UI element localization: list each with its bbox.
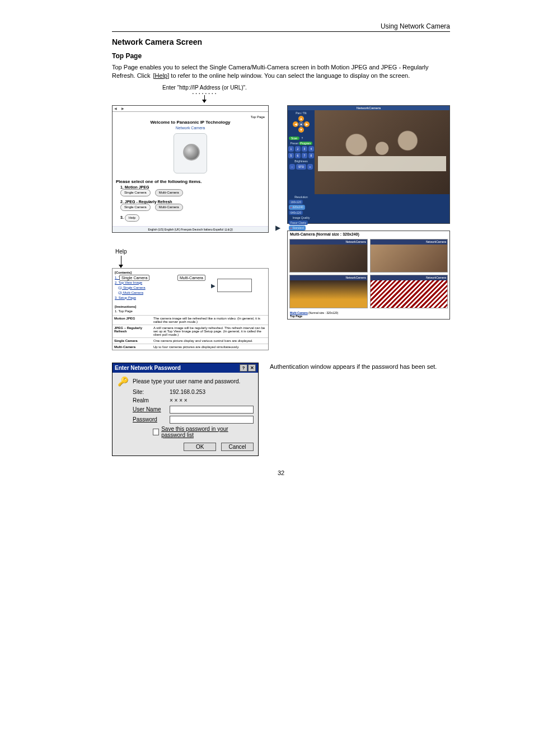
browser-toolbar: ◀▶	[113, 106, 268, 112]
dpad-control[interactable]: ▲ ▼ ◀ ▶ ●	[293, 116, 310, 133]
help-section-1: 1. Top Page	[115, 309, 266, 313]
dpad-right-icon[interactable]: ▶	[304, 121, 310, 127]
username-label: User Name	[133, 406, 166, 412]
url-callout: Enter "http://IP Address (or URL)". • • …	[162, 84, 247, 103]
camera-illustration	[174, 133, 207, 173]
dpad-down-icon[interactable]: ▼	[298, 127, 304, 133]
password-dialog: Enter Network Password ? ✕ 🔑 Please type…	[112, 363, 259, 456]
multi-camera-button-1[interactable]: Multi-Camera	[155, 189, 183, 196]
q-standard[interactable]: Standard	[289, 226, 306, 231]
item-3-label: 3.	[120, 215, 124, 219]
callout-multi-camera: Multi-Camera	[177, 275, 205, 281]
ok-button[interactable]: OK	[184, 443, 216, 451]
key-icon: 🔑	[117, 376, 129, 387]
help-val-jpeg: A still camera image will be regularly r…	[152, 325, 268, 337]
mc-cell-4: NetworkCamera	[370, 275, 448, 308]
connector-arrow-icon: ▶	[275, 105, 280, 350]
breadcrumb: Top Page	[113, 114, 268, 120]
mc-cell-1: NetworkCamera	[289, 239, 368, 273]
dialog-prompt: Please type your user name and password.	[133, 378, 240, 384]
preset-label: Preset	[290, 142, 298, 145]
single-camera-button-1[interactable]: Single Camera	[120, 189, 151, 196]
save-password-label: Save this password in your password list	[161, 426, 254, 438]
dpad-up-icon[interactable]: ▲	[298, 116, 304, 121]
dialog-title: Enter Network Password	[115, 365, 181, 371]
help-key-single: Single Camera	[113, 337, 152, 344]
site-label: Site:	[133, 389, 166, 395]
preset-buttons[interactable]: 1234	[288, 146, 314, 152]
realm-value: × × × ×	[170, 397, 188, 403]
subsection-title: Top Page	[112, 52, 450, 60]
arrow-right-icon: ▶	[211, 283, 216, 289]
dpad-left-icon[interactable]: ◀	[293, 121, 298, 127]
resolution-label: Resolution	[289, 195, 313, 199]
mc-footer-top[interactable]: Top Page	[290, 314, 302, 318]
help-val-single: One camera picture display and various c…	[152, 337, 268, 344]
help-link-top-view[interactable]: 2. Top View Image	[115, 280, 188, 285]
mc-cell-3: NetworkCamera	[289, 275, 368, 308]
language-row[interactable]: English (US) English (UK) Français Deuts…	[113, 226, 268, 232]
multi-camera-footer: Multi-Camera (Normal size : 320x120) Top…	[288, 310, 449, 319]
dpad-center-icon[interactable]: ●	[298, 121, 304, 127]
res-320[interactable]: 320x240	[289, 205, 305, 210]
section-title: Network Camera Screen	[112, 37, 450, 46]
q-clarity[interactable]: Favor Clarity	[289, 220, 308, 225]
help-key-jpeg: JPEG – Regularly Refresh	[113, 325, 152, 337]
page-header: Using Network Camera	[112, 22, 450, 32]
password-label: Password	[133, 416, 166, 422]
intro-paragraph: Top Page enables you to select the Singl…	[112, 63, 450, 80]
password-input[interactable]	[170, 416, 254, 424]
item-2-label: 2. JPEG - Regularly Refresh	[120, 200, 265, 204]
brightness-label: Brightness	[289, 159, 313, 163]
please-select-label: Please select one of the following items…	[113, 179, 268, 184]
help-link-single-camera[interactable]: (1) Single Camera	[115, 285, 188, 290]
multi-camera-button-2[interactable]: Multi-Camera	[155, 204, 183, 211]
single-camera-button-2[interactable]: Single Camera	[120, 204, 151, 211]
product-subtitle: Network Camera	[113, 126, 268, 130]
page-number: 32	[112, 469, 450, 476]
program-button[interactable]: Program	[299, 142, 312, 145]
quality-label: Image Quality	[289, 216, 313, 219]
brightness-control[interactable]: −STD+	[289, 164, 313, 170]
dialog-caption: Authentication window appears if the pas…	[270, 363, 450, 371]
save-password-checkbox[interactable]	[153, 429, 159, 435]
close-icon[interactable]: ✕	[248, 364, 256, 372]
scan-button[interactable]: Scan	[289, 137, 299, 140]
help-key-mjpeg: Motion JPEG	[113, 315, 152, 325]
welcome-title: Welcome to Panasonic IP Technology	[113, 120, 268, 125]
multi-camera-screenshot: Multi-Camera (Normal size : 320x240) Net…	[287, 231, 450, 320]
help-table: Motion JPEG The camera image will be ref…	[113, 315, 268, 350]
res-640[interactable]: 640x120	[289, 210, 303, 215]
top-page-screenshot: ◀▶ Top Page Welcome to Panasonic IP Tech…	[112, 105, 269, 233]
help-val-multi: Up to four cameras pictures are displaye…	[152, 344, 268, 350]
help-preview-box	[217, 279, 252, 292]
help-arrow: Help	[115, 248, 127, 268]
pan-tilt-label: Pan / Tilt	[289, 111, 313, 115]
help-contents-title: [Contents]	[115, 271, 188, 274]
single-camera-image	[315, 110, 449, 194]
preset-buttons-2[interactable]: 5678	[288, 153, 314, 158]
help-instructions-title: [Instructions]	[115, 305, 266, 308]
cancel-button[interactable]: Cancel	[221, 443, 254, 451]
help-icon[interactable]: ?	[240, 364, 247, 372]
help-val-mjpeg: The camera image will be refreshed like …	[152, 315, 268, 325]
single-camera-screenshot: NetworkCamera Pan / Tilt ▲ ▼ ◀ ▶ ● Scan …	[287, 105, 450, 224]
item-1-label: 1. Motion JPEG	[120, 185, 265, 189]
help-key-multi: Multi-Camera	[113, 344, 152, 350]
username-input[interactable]	[170, 406, 254, 414]
help-link-ref[interactable]: [Help]	[153, 72, 170, 79]
multi-camera-header: Multi-Camera (Normal size : 320x240)	[288, 231, 449, 237]
site-value: 192.168.0.253	[170, 389, 205, 395]
single-camera-title: NetworkCamera	[288, 106, 449, 110]
help-button[interactable]: Help	[125, 214, 139, 222]
help-link-setup-page[interactable]: 3. Setup Page	[115, 295, 188, 300]
mc-cell-2: NetworkCamera	[370, 239, 448, 273]
res-160[interactable]: 160x120	[289, 200, 303, 204]
help-link-multi-camera[interactable]: (2) Multi-Camera	[115, 290, 188, 295]
callout-single-camera: Single Camera	[119, 275, 149, 281]
realm-label: Realm	[133, 397, 166, 403]
